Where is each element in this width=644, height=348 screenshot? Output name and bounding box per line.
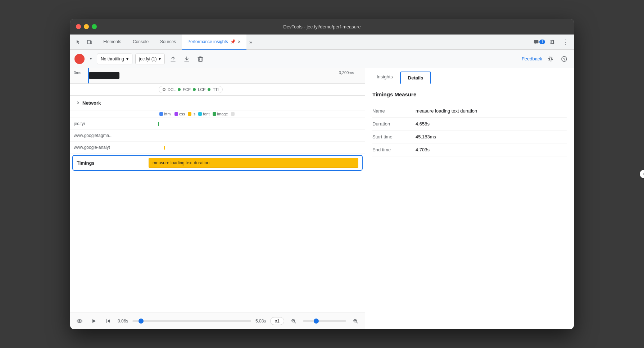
record-button[interactable]: [74, 54, 85, 64]
play-button[interactable]: [89, 316, 99, 326]
dcl-label: DCL: [168, 87, 176, 92]
more-button[interactable]: ⋮: [559, 36, 571, 48]
detail-start-time-row: Start time 45.183ms: [372, 130, 567, 143]
timings-bar-area: measure loading text duration: [149, 158, 358, 168]
fcp-label: FCP: [183, 87, 191, 92]
timings-bar: measure loading text duration: [149, 158, 358, 168]
tab-bar-right: 1 ⋮: [534, 36, 571, 48]
minimize-button[interactable]: [84, 24, 89, 29]
window-title: DevTools - jec.fyi/demo/perf-measure: [283, 24, 360, 29]
speed-button[interactable]: x1: [270, 317, 284, 325]
timeline-spacer: [70, 172, 365, 312]
timeline-header: 0ms 3,200ms: [70, 68, 365, 84]
upload-button[interactable]: [168, 54, 178, 64]
network-row-gtm[interactable]: www.googletagma...: [70, 130, 365, 142]
insights-panel: Insights Details Timings Measure Name me…: [365, 68, 574, 329]
svg-rect-0: [87, 40, 90, 44]
html-dot: [159, 112, 163, 116]
skip-to-start-button[interactable]: [103, 316, 113, 326]
duration-label: Duration: [372, 121, 416, 127]
settings-button[interactable]: [547, 36, 558, 48]
site-label: jec.fyi (1): [139, 56, 157, 61]
site-dropdown[interactable]: jec.fyi (1) ▾: [135, 54, 165, 64]
network-section-title: Network: [82, 100, 101, 106]
time-end-label: 5.08s: [255, 319, 266, 324]
tab-bar: Elements Console Sources Performance ins…: [70, 35, 574, 50]
timings-row[interactable]: Timings measure loading text duration: [72, 155, 363, 171]
cursor-icon[interactable]: [73, 37, 83, 47]
tab-performance-insights[interactable]: Performance insights 📌 ×: [182, 35, 246, 50]
image-dot: [213, 112, 216, 116]
duration-value: 4.658s: [416, 121, 430, 127]
download-button[interactable]: [181, 54, 192, 64]
tab-details[interactable]: Details: [400, 72, 431, 84]
chat-badge: 1: [539, 40, 545, 44]
start-time-value: 45.183ms: [416, 134, 436, 139]
record-dropdown[interactable]: ▾: [87, 54, 94, 64]
scrubber-track[interactable]: [132, 320, 251, 322]
throttling-dropdown[interactable]: No throttling ▾: [97, 54, 132, 64]
toolbar-right: Feedback ?: [522, 54, 570, 64]
timing-chips-row: DCL FCP LCP TTI: [70, 84, 365, 96]
svg-marker-13: [107, 319, 110, 323]
devtools-body: Elements Console Sources Performance ins…: [70, 35, 574, 329]
timings-bar-label: measure loading text duration: [153, 160, 209, 165]
throttling-label: No throttling: [101, 56, 124, 61]
legend-more: [231, 112, 235, 116]
zoom-track[interactable]: [303, 320, 346, 322]
jec-label: jec.fyi: [74, 121, 157, 126]
device-icon[interactable]: [85, 37, 95, 47]
jec-timeline: [157, 118, 365, 129]
tab-insights[interactable]: Insights: [371, 71, 399, 84]
time-marker-start: 0ms: [74, 70, 81, 75]
detail-name-row: Name measure loading text duration: [372, 105, 567, 118]
tab-icons: [73, 37, 95, 47]
lcp-dot: [193, 88, 196, 91]
detail-duration-row: Duration 4.658s: [372, 118, 567, 130]
main-content: 0ms 3,200ms DCL FCP: [70, 68, 574, 329]
end-time-value: 4.703s: [416, 147, 430, 152]
tti-dot: [208, 88, 210, 91]
tab-sources[interactable]: Sources: [154, 35, 182, 50]
traffic-lights: [76, 24, 97, 29]
help-icon-button[interactable]: ?: [559, 54, 570, 64]
chat-button[interactable]: 1: [534, 36, 545, 48]
network-collapse-toggle[interactable]: [74, 99, 82, 107]
fcp-dot: [178, 88, 181, 91]
feedback-link[interactable]: Feedback: [522, 56, 542, 61]
js-dot: [188, 112, 191, 116]
legend-html: html: [159, 112, 172, 116]
time-marker-end: 3,200ms: [339, 70, 354, 75]
delete-button[interactable]: [195, 54, 206, 64]
tab-elements[interactable]: Elements: [97, 35, 127, 50]
time-start-label: 0.06s: [118, 319, 128, 324]
settings-icon-button[interactable]: [545, 54, 556, 64]
svg-point-11: [79, 320, 80, 322]
site-arrow-icon: ▾: [159, 56, 161, 61]
zoom-in-button[interactable]: [350, 316, 360, 326]
network-row-jec[interactable]: jec.fyi: [70, 118, 365, 130]
zoom-out-button[interactable]: [289, 316, 299, 326]
timings-label: Timings: [77, 160, 149, 166]
svg-point-4: [552, 41, 553, 43]
close-tab-icon[interactable]: ×: [238, 39, 241, 45]
playhead: [88, 68, 89, 83]
scrubber-thumb[interactable]: [139, 319, 144, 324]
zoom-thumb[interactable]: [314, 319, 319, 324]
eye-icon-button[interactable]: [74, 316, 85, 326]
legend-row: html css js font: [70, 110, 365, 118]
network-row-ga[interactable]: www.google-analyt: [70, 142, 365, 154]
tab-console[interactable]: Console: [127, 35, 154, 50]
maximize-button[interactable]: [92, 24, 97, 29]
legend-image: image: [213, 112, 228, 116]
network-section-header: Network: [70, 96, 365, 110]
legend-font: font: [198, 112, 209, 116]
svg-rect-5: [199, 58, 202, 61]
legend-css: css: [174, 112, 185, 116]
tab-more[interactable]: »: [246, 35, 255, 50]
font-dot: [198, 112, 202, 116]
timeline-panel: 0ms 3,200ms DCL FCP: [70, 68, 365, 329]
end-time-label: End time: [372, 147, 416, 152]
toolbar: ▾ No throttling ▾ jec.fyi (1) ▾ Feedback: [70, 50, 574, 68]
close-button[interactable]: [76, 24, 81, 29]
